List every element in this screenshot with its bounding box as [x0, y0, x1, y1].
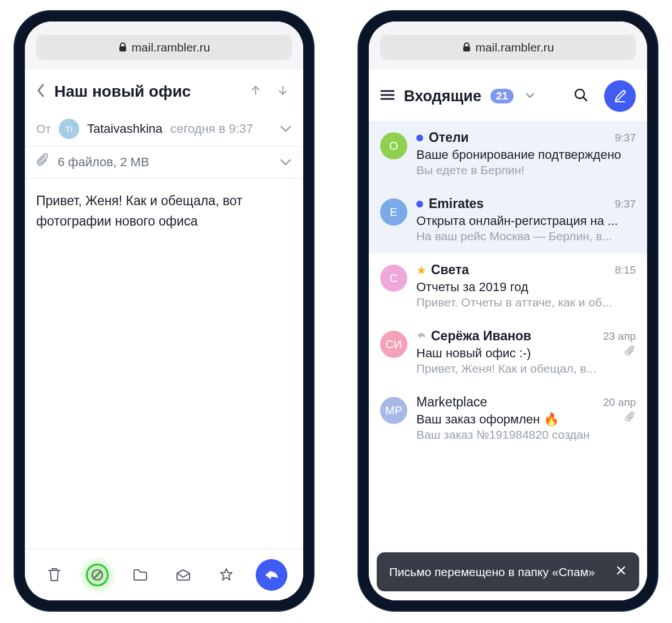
paperclip-icon [624, 411, 636, 426]
message-subject: Открыта онлайн-регистрация на ... [416, 214, 636, 228]
message-sender: Отели [429, 130, 469, 145]
message-list[interactable]: OОтели9:37Ваше бронирование подтверждено… [369, 121, 647, 452]
screen-right: mail.rambler.ru Входящие 21 [369, 21, 647, 600]
svg-line-2 [94, 572, 101, 578]
message-preview: Привет. Отчеты в аттаче, как и об... [416, 296, 636, 309]
browser-address-bar: mail.rambler.ru [369, 21, 647, 69]
sender-avatar: C [380, 265, 407, 292]
browser-address-bar: mail.rambler.ru [25, 21, 303, 69]
star-button[interactable] [213, 561, 240, 589]
address-bar-url: mail.rambler.ru [476, 41, 554, 54]
svg-rect-0 [119, 46, 126, 51]
message-subject: Ваш заказ оформлен 🔥 [416, 412, 620, 427]
sender-name: Tataivashkina [87, 122, 162, 136]
message-subject: Ваше бронирование подтверждено [416, 148, 636, 162]
inbox-view: Входящие 21 OОтели9:37Ваше бронирование … [369, 69, 647, 600]
message-body: Привет, Женя! Как и обещала, вот фотогра… [25, 179, 303, 244]
message-subject: Наш новый офис :-) [416, 346, 620, 361]
message-body: Emirates9:37Открыта онлайн-регистрация н… [416, 196, 636, 243]
sender-avatar: E [380, 198, 407, 226]
message-preview: Привет, Женя! Как и обещал, в... [416, 362, 636, 375]
chevron-down-icon[interactable] [525, 91, 535, 101]
unread-dot-icon [416, 135, 423, 141]
toast-notification: Письмо перемещено в папку «Спам» [377, 552, 639, 591]
message-sender: Marketplace [416, 395, 487, 410]
unread-dot-icon [416, 201, 423, 207]
paperclip-icon [36, 153, 50, 171]
message-subject: Отчеты за 2019 год [416, 280, 636, 295]
toast-text: Письмо перемещено в папку «Спам» [389, 564, 615, 580]
paperclip-icon [624, 345, 636, 360]
message-sender: Света [431, 262, 469, 278]
chevron-down-icon[interactable] [279, 155, 292, 170]
message-item[interactable]: EEmirates9:37Открыта онлайн-регистрация … [369, 187, 647, 253]
email-thread-view: Наш новый офис От TI Tataivashkina сегод… [25, 69, 303, 600]
message-time: 9:37 [615, 198, 636, 210]
message-item[interactable]: C★Света8:15Отчеты за 2019 годПривет. Отч… [369, 253, 647, 319]
phone-left: mail.rambler.ru Наш новый офис От TI Tat… [15, 11, 313, 611]
screen-left: mail.rambler.ru Наш новый офис От TI Tat… [25, 21, 303, 600]
address-bar-url: mail.rambler.ru [132, 41, 210, 54]
message-time: 9:37 [615, 132, 636, 144]
message-item[interactable]: OОтели9:37Ваше бронирование подтверждено… [369, 121, 647, 187]
spam-icon [86, 564, 109, 586]
thread-title: Наш новый офис [54, 83, 238, 101]
attachments-row[interactable]: 6 файлов, 2 MB [25, 146, 303, 179]
reply-indicator-icon [416, 331, 427, 342]
sender-avatar: СИ [380, 331, 407, 358]
svg-line-8 [583, 97, 587, 101]
message-body: ★Света8:15Отчеты за 2019 годПривет. Отче… [416, 262, 636, 309]
svg-rect-3 [463, 46, 470, 51]
sender-row[interactable]: От TI Tataivashkina сегодня в 9:37 [25, 112, 303, 146]
message-time: 8:15 [615, 264, 636, 276]
back-button[interactable] [36, 83, 45, 101]
thread-header: Наш новый офис [25, 69, 303, 112]
unread-count-badge: 21 [490, 89, 514, 103]
message-body: Marketplace20 апрВаш заказ оформлен 🔥Ваш… [416, 395, 636, 442]
next-message-button[interactable] [274, 85, 292, 98]
address-bar-field[interactable]: mail.rambler.ru [36, 35, 292, 60]
compose-button[interactable] [604, 80, 636, 112]
sender-avatar: MP [380, 397, 407, 424]
mark-read-button[interactable] [170, 561, 197, 589]
message-body: Серёжа Иванов23 апрНаш новый офис :-)При… [416, 328, 636, 375]
star-icon: ★ [416, 263, 427, 277]
spam-button[interactable] [84, 561, 111, 589]
message-preview: Ваш заказ №191984820 создан [416, 428, 636, 442]
from-label: От [36, 122, 51, 136]
message-time: сегодня в 9:37 [170, 122, 253, 136]
message-item[interactable]: MPMarketplace20 апрВаш заказ оформлен 🔥В… [369, 386, 647, 452]
toast-close-button[interactable] [615, 564, 627, 580]
message-time: 20 апр [603, 396, 636, 409]
sender-avatar: TI [59, 119, 79, 139]
search-button[interactable] [574, 88, 588, 105]
message-preview: Вы едете в Берлин! [416, 163, 636, 177]
lock-icon [462, 42, 471, 53]
prev-message-button[interactable] [247, 85, 265, 98]
attachments-summary: 6 файлов, 2 MB [58, 155, 149, 170]
message-preview: На ваш рейс Москва — Берлин, в... [416, 230, 636, 243]
message-toolbar [25, 548, 303, 600]
menu-button[interactable] [380, 89, 395, 103]
sender-avatar: O [380, 132, 407, 159]
move-folder-button[interactable] [127, 561, 154, 589]
inbox-header: Входящие 21 [369, 69, 647, 121]
message-item[interactable]: СИСерёжа Иванов23 апрНаш новый офис :-)П… [369, 319, 647, 386]
lock-icon [118, 42, 127, 53]
chevron-down-icon[interactable] [279, 122, 292, 136]
reply-button[interactable] [256, 559, 287, 591]
message-sender: Серёжа Иванов [431, 328, 531, 344]
folder-name[interactable]: Входящие [404, 88, 481, 105]
message-time: 23 апр [603, 330, 636, 343]
message-body: Отели9:37Ваше бронирование подтвержденоВ… [416, 130, 636, 177]
address-bar-field[interactable]: mail.rambler.ru [380, 35, 636, 60]
delete-button[interactable] [41, 561, 68, 589]
message-sender: Emirates [429, 196, 484, 211]
phone-right: mail.rambler.ru Входящие 21 [359, 11, 657, 611]
